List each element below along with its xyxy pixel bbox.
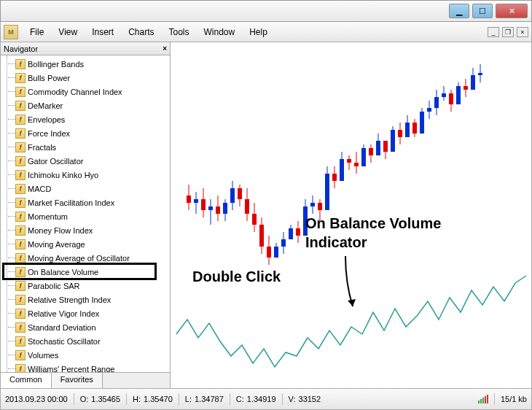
indicator-item[interactable]: fFractals bbox=[15, 140, 170, 154]
indicator-label: Stochastic Oscillator bbox=[28, 337, 101, 346]
chart-area[interactable]: Double Click On Balance Volume Indicator bbox=[171, 42, 531, 388]
svg-rect-15 bbox=[238, 188, 242, 199]
indicator-item[interactable]: fEnvelopes bbox=[15, 112, 170, 126]
menu-tools[interactable]: Tools bbox=[162, 24, 197, 40]
status-close: 1.34919 bbox=[247, 395, 276, 403]
indicator-item[interactable]: fVolumes bbox=[15, 348, 170, 362]
svg-rect-79 bbox=[471, 75, 475, 90]
maximize-button[interactable]: ☐ bbox=[472, 4, 493, 18]
svg-rect-61 bbox=[405, 123, 410, 137]
status-low-label: L: bbox=[185, 395, 192, 403]
indicator-item[interactable]: fStandard Deviation bbox=[15, 320, 170, 334]
svg-rect-39 bbox=[325, 174, 329, 210]
indicator-icon: f bbox=[15, 101, 26, 111]
menu-file[interactable]: File bbox=[23, 24, 51, 40]
menu-help[interactable]: Help bbox=[242, 24, 275, 40]
indicator-icon: f bbox=[15, 170, 26, 180]
svg-rect-35 bbox=[310, 203, 315, 206]
menu-charts[interactable]: Charts bbox=[121, 24, 161, 40]
indicator-icon: f bbox=[15, 364, 26, 373]
indicator-label: Force Index bbox=[28, 129, 70, 138]
indicator-label: Market Facilitation Index bbox=[28, 198, 114, 207]
status-kb: 15/1 kb bbox=[501, 395, 527, 403]
indicator-label: Moving Average bbox=[28, 240, 85, 249]
indicator-item[interactable]: fMACD bbox=[15, 182, 170, 196]
minimize-button[interactable]: ▁ bbox=[449, 4, 469, 18]
indicator-item[interactable]: fMoving Average of Oscillator bbox=[15, 251, 170, 265]
indicator-item[interactable]: fForce Index bbox=[15, 126, 170, 140]
svg-rect-9 bbox=[216, 206, 220, 214]
indicator-label: Fractals bbox=[28, 143, 56, 152]
indicator-label: Volumes bbox=[28, 351, 58, 360]
indicator-label: Williams' Percent Range bbox=[28, 365, 114, 373]
indicator-label: Envelopes bbox=[28, 115, 65, 124]
indicator-item[interactable]: fStochastic Oscillator bbox=[15, 334, 170, 348]
menu-window[interactable]: Window bbox=[197, 24, 243, 40]
nav-tab-common[interactable]: Common bbox=[1, 373, 52, 388]
indicator-item[interactable]: fParabolic SAR bbox=[15, 279, 170, 293]
svg-rect-29 bbox=[289, 228, 293, 239]
indicator-item[interactable]: fCommodity Channel Index bbox=[15, 85, 170, 98]
close-button[interactable]: ✕ bbox=[496, 4, 528, 18]
svg-rect-25 bbox=[274, 247, 278, 258]
indicator-item[interactable]: fBulls Power bbox=[15, 71, 170, 85]
svg-rect-65 bbox=[420, 112, 424, 134]
svg-rect-43 bbox=[340, 159, 344, 181]
navigator-close-button[interactable]: × bbox=[163, 45, 167, 53]
indicator-icon: f bbox=[15, 295, 26, 305]
indicator-item[interactable]: fMoney Flow Index bbox=[15, 223, 170, 237]
svg-rect-41 bbox=[332, 174, 337, 181]
obv-annotation-line2: Indicator bbox=[305, 234, 367, 251]
svg-rect-51 bbox=[369, 148, 373, 155]
indicator-icon: f bbox=[15, 184, 26, 194]
indicator-icon: f bbox=[15, 156, 26, 166]
indicator-label: Ichimoku Kinko Hyo bbox=[28, 171, 98, 179]
indicator-icon: f bbox=[15, 225, 26, 236]
indicator-item[interactable]: fGator Oscillator bbox=[15, 154, 170, 168]
indicator-item[interactable]: fRelative Vigor Index bbox=[15, 306, 170, 320]
indicator-item[interactable]: fIchimoku Kinko Hyo bbox=[15, 168, 170, 182]
indicator-icon: f bbox=[15, 336, 26, 347]
navigator-panel: Navigator × fBollinger BandsfBulls Power… bbox=[1, 42, 171, 388]
indicator-item[interactable]: fMomentum bbox=[15, 209, 170, 223]
mdi-restore-button[interactable]: ❐ bbox=[502, 27, 514, 37]
mdi-close-button[interactable]: × bbox=[517, 27, 528, 37]
svg-rect-11 bbox=[223, 203, 227, 214]
nav-tab-favorites[interactable]: Favorites bbox=[52, 373, 103, 388]
menubar: M FileViewInsertChartsToolsWindowHelp _ … bbox=[0, 22, 532, 42]
double-click-annotation: Double Click bbox=[192, 268, 281, 285]
svg-rect-37 bbox=[318, 203, 322, 210]
indicator-label: Moving Average of Oscillator bbox=[28, 254, 130, 263]
svg-rect-13 bbox=[230, 188, 235, 203]
svg-rect-69 bbox=[434, 97, 439, 108]
indicator-icon: f bbox=[15, 212, 26, 222]
menu-view[interactable]: View bbox=[51, 24, 85, 40]
indicator-item[interactable]: fBollinger Bands bbox=[15, 57, 170, 71]
indicator-label: On Balance Volume bbox=[28, 268, 98, 276]
svg-rect-67 bbox=[427, 108, 431, 112]
svg-rect-81 bbox=[478, 73, 482, 75]
navigator-tree[interactable]: fBollinger BandsfBulls PowerfCommodity C… bbox=[1, 55, 170, 372]
indicator-icon: f bbox=[15, 198, 26, 208]
svg-rect-71 bbox=[442, 93, 446, 97]
indicator-icon: f bbox=[15, 115, 26, 125]
svg-rect-3 bbox=[194, 199, 198, 203]
svg-rect-53 bbox=[376, 141, 380, 155]
mdi-minimize-button[interactable]: _ bbox=[488, 27, 499, 37]
indicator-item[interactable]: fDeMarker bbox=[15, 98, 170, 112]
status-close-label: C: bbox=[236, 395, 244, 403]
indicator-item[interactable]: fOn Balance Volume bbox=[15, 265, 170, 279]
indicator-item[interactable]: fWilliams' Percent Range bbox=[15, 362, 170, 372]
indicator-item[interactable]: fMarket Facilitation Index bbox=[15, 196, 170, 209]
svg-rect-45 bbox=[347, 159, 351, 163]
svg-rect-57 bbox=[391, 130, 395, 152]
indicator-icon: f bbox=[15, 322, 26, 333]
indicator-icon: f bbox=[15, 267, 26, 277]
obv-annotation-line1: On Balance Volume bbox=[305, 215, 441, 232]
indicator-label: MACD bbox=[28, 185, 51, 193]
navigator-tabs: CommonFavorites bbox=[1, 372, 170, 388]
indicator-item[interactable]: fRelative Strength Index bbox=[15, 293, 170, 306]
menu-insert[interactable]: Insert bbox=[85, 24, 121, 40]
indicator-item[interactable]: fMoving Average bbox=[15, 237, 170, 251]
indicator-label: Relative Strength Index bbox=[28, 295, 111, 304]
